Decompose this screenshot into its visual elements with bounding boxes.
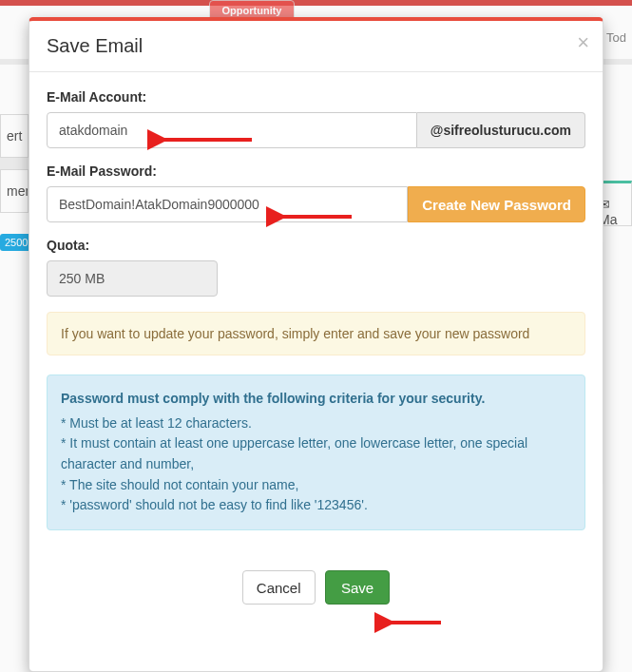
password-label: E-Mail Password: — [47, 163, 585, 179]
quota-group: Quota: — [47, 238, 585, 297]
modal-title: Save Email — [47, 35, 585, 57]
password-input[interactable] — [47, 186, 408, 222]
criteria-line-2: * It must contain at least one uppercase… — [61, 433, 571, 474]
email-account-label: E-Mail Account: — [47, 89, 585, 105]
cancel-button[interactable]: Cancel — [242, 570, 316, 605]
save-email-modal: Save Email × E-Mail Account: @sifreolust… — [29, 17, 603, 672]
password-criteria-box: Password must comply with the following … — [47, 374, 585, 530]
close-button[interactable]: × — [577, 32, 589, 53]
criteria-title: Password must comply with the following … — [61, 389, 571, 410]
email-account-group: E-Mail Account: @sifreolusturucu.com — [47, 89, 585, 148]
modal-body: E-Mail Account: @sifreolusturucu.com E-M… — [29, 72, 603, 553]
password-group: E-Mail Password: Create New Password — [47, 163, 585, 222]
quota-input — [47, 260, 218, 297]
update-password-info: If you want to update your password, sim… — [47, 312, 585, 355]
save-button[interactable]: Save — [325, 570, 390, 605]
criteria-line-4: * 'password' should not be easy to find … — [61, 495, 571, 516]
criteria-line-1: * Must be at least 12 characters. — [61, 413, 571, 434]
email-account-input[interactable] — [47, 112, 417, 148]
criteria-line-3: * The site should not contain your name, — [61, 475, 571, 496]
quota-label: Quota: — [47, 238, 585, 253]
modal-header: Save Email × — [29, 21, 603, 72]
create-password-button[interactable]: Create New Password — [408, 186, 585, 222]
email-domain-addon: @sifreolusturucu.com — [417, 112, 585, 148]
modal-footer: Cancel Save — [29, 553, 603, 622]
